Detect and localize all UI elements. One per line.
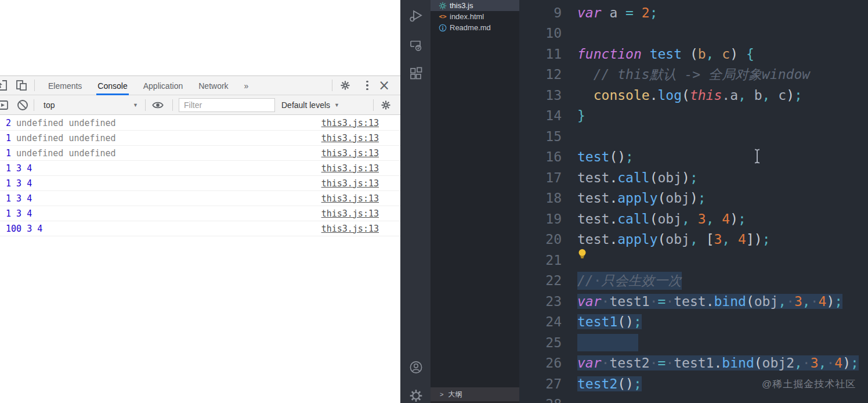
settings-gear-icon[interactable] — [408, 388, 424, 403]
extensions-icon[interactable] — [408, 66, 424, 81]
line-number: 19 — [519, 211, 562, 226]
code-text: test.apply(obj, [3, 4]); — [577, 232, 770, 247]
toolbar-separator — [34, 99, 34, 111]
code-line-19: 19test.call(obj, 3, 4); — [519, 208, 868, 229]
settings-gear-icon[interactable] — [338, 78, 352, 92]
devtools-tabs: ElementsConsoleApplicationNetwork» — [48, 76, 248, 95]
console-log-message: 100 3 4 — [6, 224, 42, 234]
console-log-row: 1 3 4this3.js:13 — [0, 206, 400, 221]
eye-icon[interactable] — [151, 98, 164, 112]
log-levels-dropdown[interactable]: Default levels ▼ — [281, 98, 339, 112]
console-log-message: 2 undefined undefined — [6, 118, 116, 128]
line-number: 9 — [519, 5, 562, 20]
devtools-panel: ElementsConsoleApplicationNetwork» × top… — [0, 75, 400, 403]
line-number: 13 — [519, 88, 562, 103]
line-number: 12 — [519, 67, 562, 82]
code-text: // this默认 -> 全局对象window — [577, 66, 810, 84]
source-location-link[interactable]: this3.js:13 — [321, 178, 379, 189]
dropdown-arrow-icon: ▼ — [334, 102, 339, 108]
code-text: } — [577, 108, 585, 123]
file-name: this3.js — [450, 1, 473, 10]
html-file-icon: <> — [439, 13, 447, 21]
console-output: 2 undefined undefinedthis3.js:131 undefi… — [0, 116, 400, 403]
line-number: 17 — [519, 170, 562, 185]
console-settings-gear-icon[interactable] — [380, 98, 392, 112]
code-action-lightbulb-icon[interactable] — [577, 249, 587, 262]
code-line-23: 23var·test1·=·test.bind(obj,·3,·4); — [519, 291, 868, 312]
code-line-25: 25 — [519, 332, 868, 353]
code-text: test.call(obj); — [577, 170, 698, 185]
line-number: 20 — [519, 232, 562, 247]
code-line-26: 26var·test2·=·test1.bind(obj2,·3,·4); — [519, 353, 868, 374]
console-log-row: 1 3 4this3.js:13 — [0, 191, 400, 206]
vscode-window: this3.js<>index.htmlReadme.md > 大纲 9var … — [400, 0, 868, 403]
outline-section-label: 大纲 — [448, 390, 462, 400]
code-text: test.call(obj, 3, 4); — [577, 211, 746, 226]
run-debug-icon[interactable] — [408, 9, 424, 24]
kebab-menu-icon[interactable] — [360, 78, 374, 92]
code-text: test2(); — [577, 376, 642, 391]
clear-console-icon[interactable] — [16, 98, 29, 112]
toolbar-separator — [373, 99, 374, 111]
file-name: Readme.md — [450, 23, 491, 32]
chevron-right-icon: > — [440, 391, 443, 398]
tab-elements[interactable]: Elements — [48, 76, 82, 95]
device-toolbar-icon[interactable] — [15, 78, 28, 92]
code-text: test.apply(obj); — [577, 190, 706, 206]
code-line-11: 11function test (b, c) { — [519, 44, 868, 64]
console-log-message: 1 3 4 — [6, 193, 32, 204]
code-text: var a = 2; — [577, 5, 658, 20]
source-location-link[interactable]: this3.js:13 — [321, 133, 379, 143]
source-location-link[interactable]: this3.js:13 — [321, 148, 379, 159]
code-line-21: 21 — [519, 250, 868, 271]
outline-section-header[interactable]: > 大纲 — [431, 387, 519, 401]
code-line-9: 9var a = 2; — [519, 2, 868, 23]
source-location-link[interactable]: this3.js:13 — [321, 224, 379, 234]
text-cursor-ibeam-icon — [753, 148, 761, 167]
console-toolbar: top ▼ Default levels ▼ — [0, 95, 400, 115]
line-number: 26 — [519, 355, 562, 370]
filter-input[interactable] — [179, 98, 275, 112]
source-location-link[interactable]: this3.js:13 — [321, 193, 379, 204]
tab-network[interactable]: Network — [198, 76, 228, 95]
code-line-14: 14} — [519, 106, 868, 127]
source-location-link[interactable]: this3.js:13 — [321, 208, 379, 219]
source-location-link[interactable]: this3.js:13 — [321, 163, 379, 174]
console-sidebar-icon[interactable] — [0, 98, 9, 112]
console-log-row: 1 undefined undefinedthis3.js:13 — [0, 131, 400, 146]
line-number: 27 — [519, 376, 562, 391]
code-line-28: 28 — [519, 394, 868, 403]
activity-bar — [400, 0, 431, 403]
log-levels-label: Default levels — [281, 100, 330, 110]
file-item-index-html[interactable]: <>index.html — [431, 11, 519, 22]
file-item-Readme-md[interactable]: Readme.md — [431, 22, 519, 33]
line-number: 10 — [519, 26, 562, 41]
line-number: 21 — [519, 253, 562, 268]
selection-block — [577, 334, 638, 351]
line-number: 23 — [519, 294, 562, 309]
code-text: //·只会生效一次 — [577, 272, 682, 290]
tab-console[interactable]: Console — [97, 76, 127, 95]
remote-explorer-icon[interactable] — [408, 38, 424, 53]
console-log-row: 1 undefined undefinedthis3.js:13 — [0, 146, 400, 161]
file-item-this3-js[interactable]: this3.js — [431, 0, 519, 11]
tab-[interactable]: » — [244, 76, 249, 95]
close-icon[interactable]: × — [377, 78, 391, 92]
code-line-10: 10 — [519, 23, 868, 44]
inspect-icon[interactable] — [0, 78, 9, 92]
toolbar-separator — [34, 80, 35, 91]
code-editor[interactable]: 9var a = 2;1011function test (b, c) {12 … — [519, 0, 868, 403]
toolbar-separator — [145, 99, 146, 111]
accounts-icon[interactable] — [408, 359, 424, 375]
context-selector-value: top — [44, 100, 55, 110]
explorer-sidebar: this3.js<>index.htmlReadme.md > 大纲 — [431, 0, 519, 403]
source-location-link[interactable]: this3.js:13 — [321, 118, 379, 128]
code-text — [577, 334, 638, 351]
code-line-12: 12 // this默认 -> 全局对象window — [519, 64, 868, 85]
tab-application[interactable]: Application — [143, 76, 183, 95]
code-text: var·test2·=·test1.bind(obj2,·3,·4); — [577, 355, 859, 370]
context-selector-dropdown[interactable]: top ▼ — [38, 98, 143, 112]
code-text: test1(); — [577, 314, 642, 329]
file-name: index.html — [450, 12, 484, 21]
watermark-text: @稀土掘金技术社区 — [762, 377, 856, 391]
